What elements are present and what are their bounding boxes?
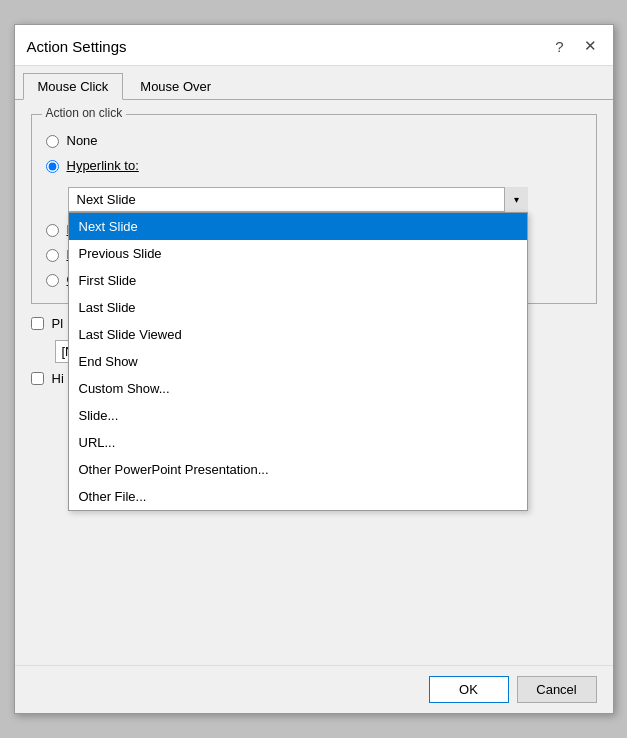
action-settings-dialog: Action Settings ? ✕ Mouse Click Mouse Ov… <box>14 24 614 714</box>
radio-none-label: None <box>67 133 98 148</box>
hyperlink-select[interactable]: Next Slide ▾ <box>68 187 528 212</box>
hyperlink-section: Next Slide ▾ Next Slide Previous Slide F… <box>68 187 582 212</box>
radio-hyperlink[interactable] <box>46 160 59 173</box>
dialog-content: Action on click None Hyperlink to: <box>15 100 613 665</box>
dropdown-item-first-slide[interactable]: First Slide <box>69 267 527 294</box>
action-on-click-group: Action on click None Hyperlink to: <box>31 114 597 304</box>
dropdown-item-last-slide[interactable]: Last Slide <box>69 294 527 321</box>
dropdown-item-url[interactable]: URL... <box>69 429 527 456</box>
play-sound-label: Pl <box>52 316 64 331</box>
dialog-footer: OK Cancel <box>15 665 613 713</box>
radio-none-item: None <box>46 133 582 148</box>
tabs-bar: Mouse Click Mouse Over <box>15 66 613 100</box>
hyperlink-select-wrapper: Next Slide ▾ Next Slide Previous Slide F… <box>68 187 528 212</box>
dropdown-item-last-slide-viewed[interactable]: Last Slide Viewed <box>69 321 527 348</box>
highlight-label: Hi <box>52 371 64 386</box>
select-value: Next Slide <box>77 192 136 207</box>
radio-object-action[interactable] <box>46 274 59 287</box>
radio-run-macro[interactable] <box>46 249 59 262</box>
group-label: Action on click <box>42 106 127 120</box>
radio-none[interactable] <box>46 135 59 148</box>
tab-mouse-over[interactable]: Mouse Over <box>125 73 226 100</box>
title-bar-controls: ? ✕ <box>551 35 600 57</box>
dropdown-item-previous-slide[interactable]: Previous Slide <box>69 240 527 267</box>
dialog-title: Action Settings <box>27 38 127 55</box>
help-button[interactable]: ? <box>551 36 567 57</box>
cancel-button[interactable]: Cancel <box>517 676 597 703</box>
dropdown-item-other-file[interactable]: Other File... <box>69 483 527 510</box>
dropdown-item-slide[interactable]: Slide... <box>69 402 527 429</box>
radio-hyperlink-label: Hyperlink to: <box>67 158 139 173</box>
play-sound-checkbox[interactable] <box>31 317 44 330</box>
radio-hyperlink-item: Hyperlink to: <box>46 158 582 173</box>
select-arrow[interactable]: ▾ <box>504 187 528 212</box>
highlight-checkbox[interactable] <box>31 372 44 385</box>
ok-button[interactable]: OK <box>429 676 509 703</box>
tab-mouse-click[interactable]: Mouse Click <box>23 73 124 100</box>
dropdown-item-other-ppt[interactable]: Other PowerPoint Presentation... <box>69 456 527 483</box>
dropdown-item-custom-show[interactable]: Custom Show... <box>69 375 527 402</box>
dropdown-item-end-show[interactable]: End Show <box>69 348 527 375</box>
radio-group: None Hyperlink to: Next Slide <box>46 133 582 287</box>
close-button[interactable]: ✕ <box>580 35 601 57</box>
title-bar: Action Settings ? ✕ <box>15 25 613 66</box>
dropdown-item-next-slide[interactable]: Next Slide <box>69 213 527 240</box>
arrow-icon: ▾ <box>514 194 519 205</box>
radio-run-program[interactable] <box>46 224 59 237</box>
dropdown-list: Next Slide Previous Slide First Slide La… <box>68 212 528 511</box>
